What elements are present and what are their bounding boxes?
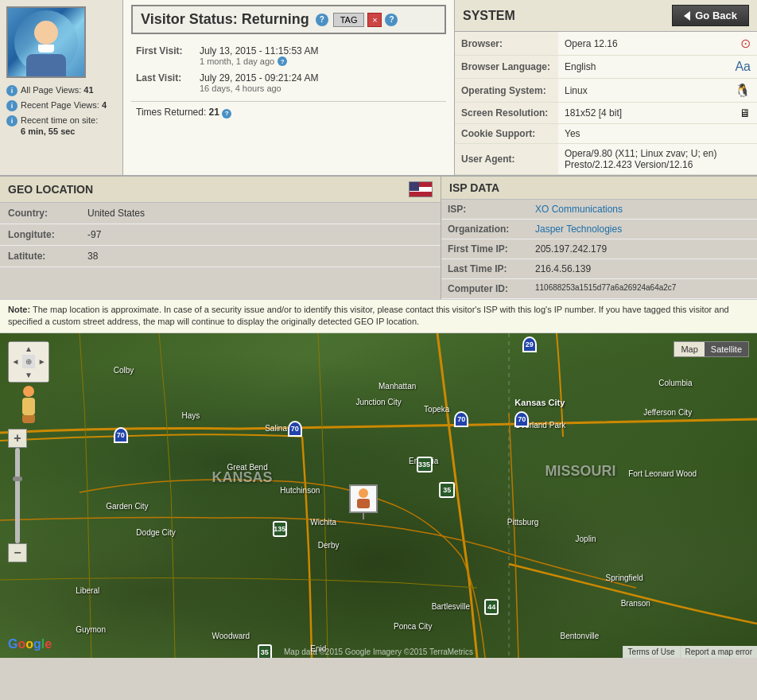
org-link[interactable]: Jasper Technologies [535, 224, 622, 235]
last-ip-row: Last Time IP: 216.4.56.139 [441, 259, 757, 279]
visitor-status-help-icon[interactable]: ? [316, 14, 328, 26]
close-button[interactable]: × [367, 13, 382, 27]
marker-box [349, 484, 378, 513]
system-title: SYSTEM [463, 9, 515, 23]
nav-n[interactable]: ▲ [22, 342, 36, 356]
recent-time-label: Recent time on site: [21, 115, 98, 125]
map-type-satellite-button[interactable]: Satellite [705, 342, 748, 356]
os-label: Operating System: [455, 79, 558, 103]
highway-badge-70w: 70 [114, 427, 128, 443]
language-icon: Aa [735, 60, 751, 73]
info-icon: i [6, 85, 17, 96]
middle-panel: Visitor Status: Returning ? TAG × ? Firs… [123, 0, 455, 175]
map-marker [349, 484, 378, 519]
first-visit-date: July 13, 2015 - 11:15:53 AM [200, 45, 441, 56]
pegman[interactable] [19, 386, 38, 426]
last-visit-label: Last Visit: [131, 69, 195, 96]
ago-help-icon[interactable]: ? [278, 56, 287, 66]
nav-center[interactable]: ⊕ [22, 355, 36, 368]
isp-panel: ISP DATA ISP: XO Communications Organiza… [441, 177, 757, 299]
browser-language-label: Browser Language: [455, 56, 558, 79]
zoom-in-button[interactable]: + [8, 429, 27, 448]
highway-badge-35s: 35 [258, 644, 272, 657]
geo-panel: GEO LOCATION Country: United States Long… [0, 177, 441, 299]
org-row: Organization: Jasper Technologies [441, 220, 757, 239]
marker-head [359, 488, 368, 498]
isp-table: ISP: XO Communications Organization: Jas… [441, 200, 757, 299]
times-returned-help-icon[interactable]: ? [222, 109, 231, 119]
us-flag-icon [409, 181, 433, 197]
system-panel: SYSTEM Go Back Browser: Opera 12.16 ⊙ Br… [455, 0, 757, 175]
marker-body [357, 499, 370, 508]
zoom-slider[interactable] [15, 448, 20, 543]
browser-language-value: English [558, 56, 728, 79]
nav-nw[interactable] [9, 342, 22, 356]
zoom-controls: + − [8, 429, 49, 562]
nav-s[interactable]: ▼ [22, 368, 36, 382]
screen-icon: 🖥 [740, 107, 751, 119]
visitor-status-title: Visitor Status: Returning [141, 11, 309, 28]
system-header: SYSTEM Go Back [455, 0, 757, 32]
last-ip-value-cell: 216.4.56.139 [529, 259, 757, 279]
recent-time-stat: i Recent time on site: 6 min, 55 sec [6, 115, 116, 138]
map-footer: Terms of Use Report a map error [623, 646, 757, 658]
os-row: Operating System: Linux 🐧 [455, 79, 757, 103]
user-agent-value: Opera/9.80 (X11; Linux zvav; U; en) Pres… [558, 144, 757, 175]
nav-e[interactable]: ► [35, 355, 49, 368]
go-back-button[interactable]: Go Back [672, 5, 749, 26]
help-icon-2[interactable]: ? [385, 14, 398, 26]
latitude-row: Latitute: 38 [0, 246, 441, 267]
map-type-map-button[interactable]: Map [674, 342, 704, 356]
computer-id-row: Computer ID: 110688253a1515d77a6a26924a6… [441, 279, 757, 299]
report-map-error-link[interactable]: Report a map error [680, 646, 757, 658]
first-ip-value-cell: 205.197.242.179 [529, 239, 757, 259]
longitude-label: Longitute: [0, 224, 80, 246]
marker-stem [363, 513, 364, 519]
zoom-out-button[interactable]: − [8, 543, 27, 562]
recent-page-views-stat: i Recent Page Views: 4 [6, 99, 116, 111]
map-credit: Map data ©2015 Google Imagery ©2015 Terr… [284, 648, 473, 656]
recent-time-value: 6 min, 55 sec [21, 126, 76, 136]
nav-se[interactable] [35, 368, 49, 382]
isp-row: ISP: XO Communications [441, 200, 757, 220]
isp-value-cell: XO Communications [529, 200, 757, 220]
terms-of-use-link[interactable]: Terms of Use [623, 646, 680, 658]
isp-title: ISP DATA [449, 181, 499, 194]
cookie-row: Cookie Support: Yes [455, 124, 757, 144]
longitude-row: Longitute: -97 [0, 224, 441, 246]
first-ip-row: First Time IP: 205.197.242.179 [441, 239, 757, 259]
highway-badge-44: 44 [484, 599, 499, 615]
highway-badge-70ke: 70 [514, 411, 529, 427]
first-visit-value: July 13, 2015 - 11:15:53 AM 1 month, 1 d… [195, 42, 446, 69]
info-icon-3: i [6, 115, 17, 126]
go-back-arrow-icon [684, 11, 690, 21]
nav-w[interactable]: ◄ [9, 355, 22, 368]
visitor-status-header: Visitor Status: Returning ? TAG × ? [131, 5, 446, 34]
country-value: United States [80, 203, 441, 224]
highway-badge-135: 135 [273, 521, 287, 537]
cookie-value: Yes [558, 124, 728, 144]
user-agent-row: User Agent: Opera/9.80 (X11; Linux zvav;… [455, 144, 757, 175]
browser-row: Browser: Opera 12.16 ⊙ [455, 32, 757, 56]
browser-label: Browser: [455, 32, 558, 56]
times-returned-value: 21 [209, 107, 219, 118]
pegman-legs [22, 415, 35, 423]
nav-sw[interactable] [9, 368, 22, 382]
screen-value: 181x52 [4 bit] [558, 103, 728, 124]
first-visit-ago: 1 month, 1 day ago ? [200, 56, 441, 66]
browser-value: Opera 12.16 [558, 32, 728, 56]
screen-label: Screen Resolution: [455, 103, 558, 124]
flag-canton [410, 182, 419, 191]
cookie-label: Cookie Support: [455, 124, 558, 144]
avatar [6, 6, 86, 78]
user-agent-label: User Agent: [455, 144, 558, 175]
isp-link[interactable]: XO Communications [535, 204, 623, 215]
go-back-label: Go Back [695, 10, 737, 21]
latitude-value: 38 [80, 246, 441, 267]
tag-button[interactable]: TAG [333, 13, 365, 27]
nav-ne[interactable] [35, 342, 49, 356]
country-row: Country: United States [0, 203, 441, 224]
geo-table: Country: United States Longitute: -97 La… [0, 203, 441, 267]
highway-badge-70e: 70 [454, 411, 468, 427]
system-table: Browser: Opera 12.16 ⊙ Browser Language:… [455, 32, 757, 175]
